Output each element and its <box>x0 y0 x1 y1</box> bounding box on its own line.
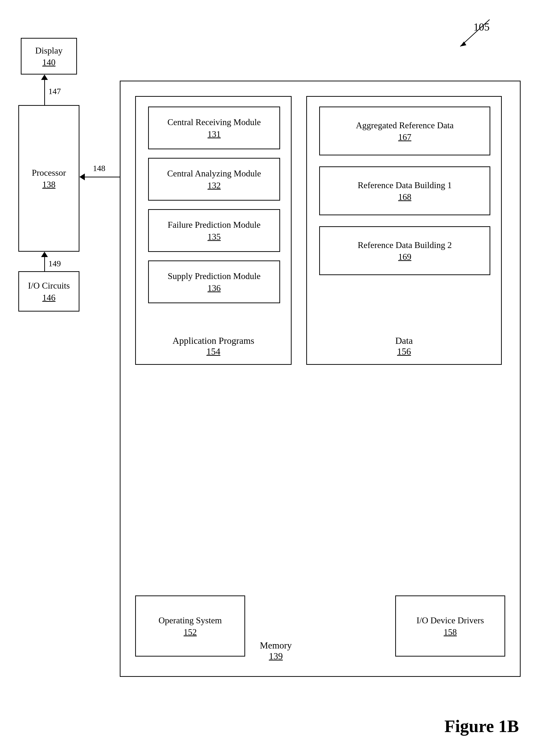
failure-prediction-ref: 135 <box>207 232 221 242</box>
supply-prediction-module-box: Supply Prediction Module 136 <box>148 260 280 303</box>
processor-box: Processor 138 <box>18 105 79 252</box>
operating-system-ref: 152 <box>183 627 197 637</box>
data-text: Data <box>307 335 501 346</box>
ref-105-arrow <box>446 15 494 54</box>
aggregated-ref-data-ref: 167 <box>398 132 411 142</box>
arrow-148-label: 148 <box>93 164 105 173</box>
arrowhead-up-149 <box>41 252 48 257</box>
failure-prediction-label: Failure Prediction Module <box>168 219 260 231</box>
data-outer-box: Aggregated Reference Data 167 Reference … <box>306 96 502 365</box>
app-programs-box: Central Receiving Module 131 Central Ana… <box>135 96 291 365</box>
shaft-147 <box>44 80 45 106</box>
figure-label: Figure 1B <box>445 716 519 736</box>
main-system-box: Central Receiving Module 131 Central Ana… <box>120 81 521 677</box>
svg-line-0 <box>460 20 489 46</box>
central-analyzing-module-box: Central Analyzing Module 132 <box>148 158 280 201</box>
memory-area: Memory 139 <box>260 640 292 661</box>
ref-data-building1-label: Reference Data Building 1 <box>358 180 452 191</box>
supply-prediction-ref: 136 <box>207 283 221 293</box>
data-label-area: Data 156 <box>307 335 501 357</box>
io-drivers-box: I/O Device Drivers 158 <box>395 596 505 656</box>
supply-prediction-label: Supply Prediction Module <box>168 270 260 282</box>
app-programs-label-area: Application Programs 154 <box>136 335 291 357</box>
display-label: Display <box>35 45 62 56</box>
central-analyzing-ref: 132 <box>207 180 221 190</box>
processor-ref: 138 <box>42 179 55 190</box>
central-receiving-label: Central Receiving Module <box>168 116 261 128</box>
aggregated-ref-data-label: Aggregated Reference Data <box>356 120 454 131</box>
arrowhead-left-148 <box>79 174 85 180</box>
data-ref: 156 <box>307 346 501 357</box>
central-analyzing-label: Central Analyzing Module <box>167 168 261 179</box>
ref-data-building2-ref: 169 <box>398 252 411 262</box>
operating-system-label: Operating System <box>159 615 222 626</box>
shaft-148 <box>85 177 125 177</box>
aggregated-ref-data-box: Aggregated Reference Data 167 <box>319 107 490 155</box>
operating-system-box: Operating System 152 <box>135 596 245 656</box>
io-drivers-label: I/O Device Drivers <box>416 615 484 626</box>
io-drivers-ref: 158 <box>443 627 457 637</box>
display-ref: 140 <box>42 57 55 68</box>
ref-data-building1-box: Reference Data Building 1 168 <box>319 166 490 215</box>
arrowhead-up-147 <box>41 75 48 80</box>
arrow-147-label: 147 <box>48 87 61 96</box>
app-programs-ref: 154 <box>136 346 291 357</box>
diagram: 105 Display 140 147 Processor 138 149 I/… <box>0 0 558 756</box>
svg-marker-1 <box>460 42 466 46</box>
memory-label: Memory <box>260 640 292 651</box>
io-circuits-ref: 146 <box>42 292 55 303</box>
ref-data-building1-ref: 168 <box>398 192 411 202</box>
arrow-149-label: 149 <box>48 259 61 268</box>
io-circuits-box: I/O Circuits 146 <box>18 271 79 312</box>
ref-data-building2-label: Reference Data Building 2 <box>358 239 452 251</box>
central-receiving-module-box: Central Receiving Module 131 <box>148 107 280 149</box>
processor-label: Processor <box>32 167 66 179</box>
io-circuits-label: I/O Circuits <box>28 280 70 291</box>
memory-ref: 139 <box>260 651 292 661</box>
failure-prediction-module-box: Failure Prediction Module 135 <box>148 209 280 252</box>
central-receiving-ref: 131 <box>207 129 221 139</box>
display-box: Display 140 <box>21 38 77 75</box>
app-programs-text: Application Programs <box>136 335 291 346</box>
ref-data-building2-box: Reference Data Building 2 169 <box>319 226 490 275</box>
